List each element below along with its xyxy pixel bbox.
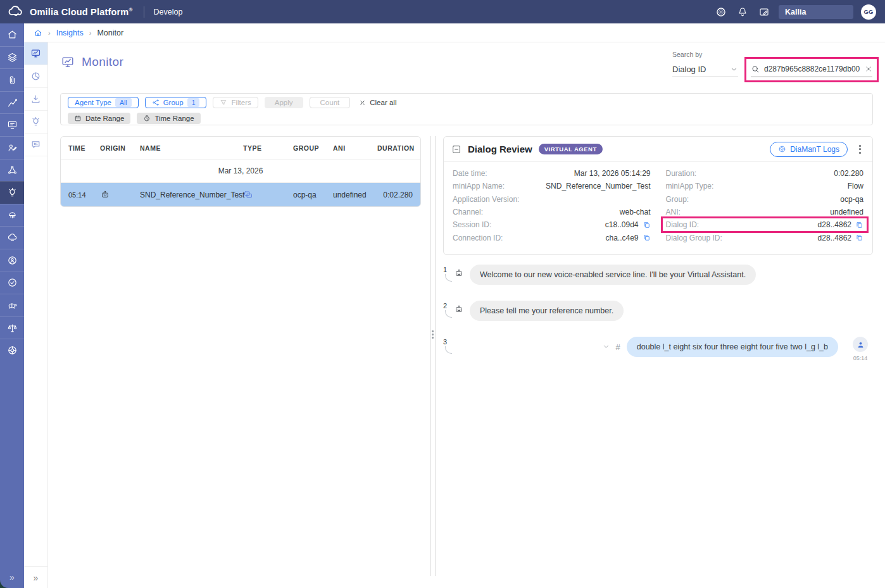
filter-bar: Agent Type All Group 1 Filters Apply Cou… bbox=[60, 93, 873, 125]
more-options-icon[interactable] bbox=[855, 142, 865, 156]
count-button[interactable]: Count bbox=[310, 97, 351, 108]
pie-chart-icon bbox=[30, 71, 41, 82]
copy-icon[interactable] bbox=[855, 234, 863, 242]
search-field[interactable] bbox=[751, 61, 872, 77]
sidebar-item-monitor[interactable] bbox=[24, 42, 47, 65]
sidebar-item-exports[interactable] bbox=[24, 88, 47, 111]
search-input[interactable] bbox=[764, 65, 861, 73]
group-nodes-icon bbox=[152, 99, 160, 106]
robot-icon bbox=[100, 190, 140, 200]
close-icon bbox=[359, 99, 366, 106]
sidebar-item-cloud-services[interactable] bbox=[0, 226, 24, 249]
brand-title: Omilia Cloud Platform® bbox=[30, 7, 133, 17]
breadcrumb-monitor: Monitor bbox=[97, 28, 123, 37]
feedback-compose-icon[interactable] bbox=[758, 6, 770, 18]
detail-row: Date time:Mar 13, 2026 05:14:29 bbox=[453, 167, 651, 180]
robot-icon bbox=[454, 301, 470, 315]
cloud-lines-icon bbox=[7, 232, 18, 243]
group-filter-chip[interactable]: Group 1 bbox=[145, 97, 207, 108]
robot-icon bbox=[454, 265, 470, 278]
detail-row: Dialog Group ID: d28..4862 bbox=[666, 231, 864, 244]
time-range-chip[interactable]: Time Range bbox=[137, 113, 200, 124]
sidebar-item-virtual-assistants[interactable] bbox=[0, 113, 24, 136]
user-message-bubble[interactable]: double l_t eight six four three eight fo… bbox=[627, 337, 838, 357]
breadcrumb-separator: › bbox=[89, 29, 92, 37]
bot-message-bubble[interactable]: Welcome to our new voice-enabled service… bbox=[470, 265, 756, 285]
dialog-details-grid: Date time:Mar 13, 2026 05:14:29 miniApp … bbox=[444, 162, 872, 244]
scales-icon bbox=[7, 323, 18, 334]
table-row-selected[interactable]: 05:14 SND_Reference_Number_Test ocp-qa u… bbox=[61, 183, 420, 206]
message-index: 1 bbox=[443, 265, 454, 273]
turtle-icon bbox=[7, 300, 18, 311]
user-avatar[interactable]: GG bbox=[861, 4, 876, 20]
lightbulb-icon bbox=[7, 187, 18, 198]
tenant-field[interactable]: Kallia bbox=[779, 5, 853, 19]
funnel-icon bbox=[220, 99, 227, 106]
sidebar-item-support[interactable] bbox=[0, 339, 24, 361]
detail-row: Session ID: c18..09d4 bbox=[453, 218, 651, 231]
chevron-down-icon bbox=[730, 65, 738, 73]
detail-row: Application Version: bbox=[453, 193, 651, 206]
sidebar-item-home[interactable] bbox=[0, 23, 24, 46]
copy-icon[interactable] bbox=[643, 234, 651, 242]
sidebar-item-orchestrator[interactable] bbox=[0, 159, 24, 182]
message-row-bot: 1 Welcome to our new voice-enabled servi… bbox=[443, 265, 873, 285]
primary-sidebar-expand-button[interactable]: » bbox=[0, 566, 24, 588]
dialog-transcript: 1 Welcome to our new voice-enabled servi… bbox=[443, 265, 873, 377]
sidebar-item-insights[interactable] bbox=[0, 181, 24, 204]
sidebar-item-settings[interactable] bbox=[0, 272, 24, 294]
panel-splitter[interactable] bbox=[430, 136, 436, 576]
paperclip-icon bbox=[7, 75, 18, 85]
secondary-sidebar-expand-button[interactable]: » bbox=[24, 566, 47, 588]
monitor-chart-icon bbox=[30, 48, 41, 59]
breadcrumb-insights[interactable]: Insights bbox=[56, 28, 84, 37]
dialog-review-header: Dialog Review VIRTUAL AGENT DiaManT Logs bbox=[444, 137, 872, 162]
clear-all-button[interactable]: Clear all bbox=[359, 99, 396, 106]
search-criteria-select[interactable]: Dialog ID bbox=[672, 63, 738, 77]
dialog-review-title: Dialog Review bbox=[468, 144, 532, 154]
group-count-badge: 1 bbox=[187, 98, 200, 107]
gem-icon bbox=[778, 145, 786, 153]
clear-search-icon[interactable] bbox=[865, 65, 872, 73]
sidebar-item-users[interactable] bbox=[0, 136, 24, 159]
annotation-dialog-id-highlight: Dialog ID: d28..4862 bbox=[663, 218, 867, 231]
sidebar-item-explore[interactable] bbox=[24, 111, 47, 134]
filters-button[interactable]: Filters bbox=[213, 97, 258, 108]
sidebar-item-analytics[interactable] bbox=[0, 91, 24, 114]
apps-wheel-icon[interactable] bbox=[715, 6, 727, 18]
breadcrumb: › Insights › Monitor bbox=[24, 23, 885, 42]
date-range-chip[interactable]: Date Range bbox=[68, 113, 130, 124]
omilia-cloud-logo-icon bbox=[8, 4, 23, 20]
lightbulb-icon bbox=[30, 116, 41, 127]
message-row-user: 3 # double l_t eight six four three eigh… bbox=[443, 337, 873, 361]
copy-icon[interactable] bbox=[643, 221, 651, 229]
sidebar-item-layers[interactable] bbox=[0, 46, 24, 69]
sidebar-item-integrations[interactable] bbox=[0, 204, 24, 227]
home-icon[interactable] bbox=[34, 28, 42, 37]
details-right-column: Duration:0:02.280 miniApp Type:Flow Grou… bbox=[666, 167, 864, 244]
main-content: Monitor Search by Dialog ID Agent Type A… bbox=[48, 42, 885, 588]
breadcrumb-separator: › bbox=[48, 29, 51, 37]
person-icon bbox=[853, 337, 868, 352]
sidebar-item-conversations[interactable] bbox=[24, 134, 47, 156]
diamant-logs-button[interactable]: DiaManT Logs bbox=[770, 142, 848, 157]
collapse-icon[interactable] bbox=[451, 144, 461, 154]
sidebar-item-performance[interactable] bbox=[0, 294, 24, 316]
sidebar-item-usage[interactable] bbox=[24, 65, 47, 88]
bot-message-bubble[interactable]: Please tell me your reference number. bbox=[470, 301, 624, 321]
agent-type-filter-chip[interactable]: Agent Type All bbox=[68, 97, 139, 108]
detail-row: Channel:web-chat bbox=[453, 206, 651, 218]
date-separator-row: Mar 13, 2026 bbox=[61, 160, 420, 183]
check-badge-icon bbox=[7, 277, 18, 288]
search-icon bbox=[751, 65, 760, 74]
screen-chat-icon bbox=[7, 120, 18, 130]
sidebar-item-miniapps[interactable] bbox=[0, 68, 24, 91]
apply-button[interactable]: Apply bbox=[265, 97, 303, 108]
sidebar-item-identity[interactable] bbox=[0, 249, 24, 272]
hash-icon[interactable]: # bbox=[616, 337, 620, 352]
notifications-bell-icon[interactable] bbox=[737, 6, 748, 18]
sidebar-item-compliance[interactable] bbox=[0, 316, 24, 339]
calendar-icon bbox=[74, 115, 82, 122]
chevron-down-icon[interactable] bbox=[602, 337, 610, 351]
copy-icon[interactable] bbox=[855, 221, 863, 229]
